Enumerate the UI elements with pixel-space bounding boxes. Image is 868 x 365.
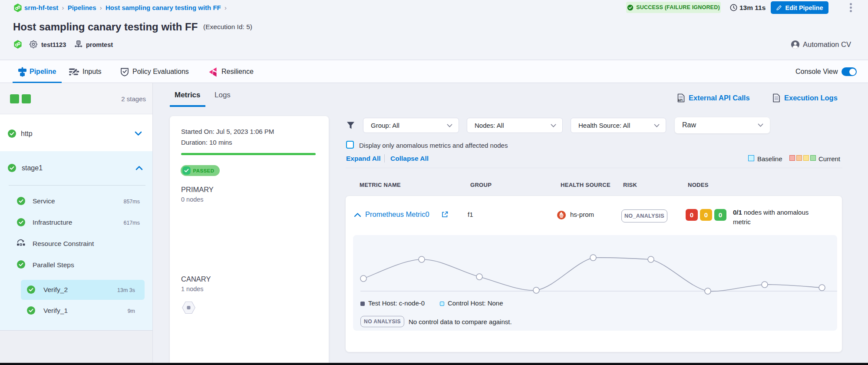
svg-text:API: API [678, 99, 683, 102]
